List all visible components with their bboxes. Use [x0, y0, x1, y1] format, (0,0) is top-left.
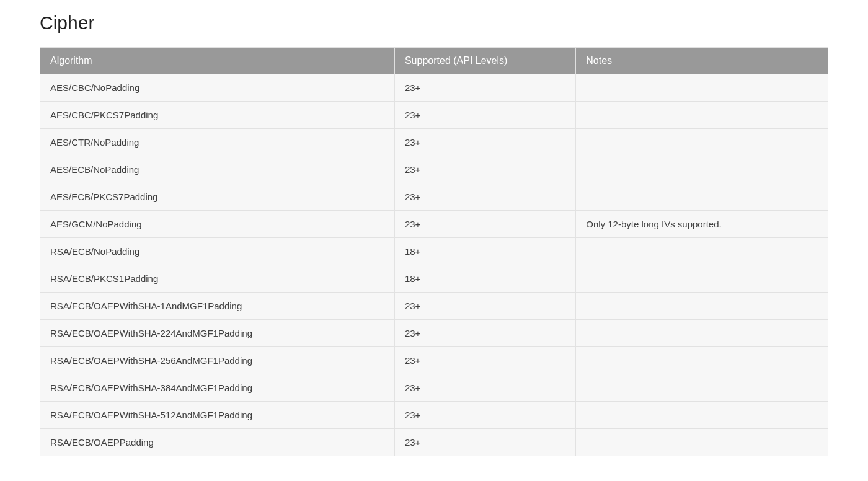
cell-algorithm: AES/CTR/NoPadding: [40, 129, 395, 156]
cell-notes: [576, 265, 828, 293]
cell-supported: 23+: [394, 347, 575, 374]
cell-notes: [576, 347, 828, 374]
cell-supported: 23+: [394, 183, 575, 211]
cell-supported: 23+: [394, 102, 575, 129]
cell-supported: 23+: [394, 74, 575, 102]
cell-algorithm: AES/ECB/PKCS7Padding: [40, 183, 395, 211]
table-row: RSA/ECB/PKCS1Padding18+: [40, 265, 828, 293]
column-header-supported: Supported (API Levels): [394, 48, 575, 74]
table-header-row: Algorithm Supported (API Levels) Notes: [40, 48, 828, 74]
table-row: RSA/ECB/OAEPWithSHA-1AndMGF1Padding23+: [40, 293, 828, 320]
cell-algorithm: RSA/ECB/PKCS1Padding: [40, 265, 395, 293]
table-row: RSA/ECB/OAEPWithSHA-512AndMGF1Padding23+: [40, 402, 828, 429]
cell-supported: 23+: [394, 429, 575, 456]
cell-algorithm: AES/GCM/NoPadding: [40, 211, 395, 238]
cell-algorithm: RSA/ECB/NoPadding: [40, 238, 395, 265]
table-row: RSA/ECB/OAEPWithSHA-256AndMGF1Padding23+: [40, 347, 828, 374]
cell-notes: [576, 238, 828, 265]
cell-supported: 23+: [394, 402, 575, 429]
cell-algorithm: RSA/ECB/OAEPWithSHA-256AndMGF1Padding: [40, 347, 395, 374]
cell-supported: 23+: [394, 320, 575, 347]
section-title: Cipher: [40, 12, 828, 33]
cell-notes: [576, 156, 828, 183]
cell-notes: [576, 320, 828, 347]
table-row: RSA/ECB/OAEPWithSHA-224AndMGF1Padding23+: [40, 320, 828, 347]
cipher-table: Algorithm Supported (API Levels) Notes A…: [40, 47, 828, 456]
table-row: AES/GCM/NoPadding23+Only 12-byte long IV…: [40, 211, 828, 238]
cell-notes: [576, 183, 828, 211]
table-row: AES/ECB/NoPadding23+: [40, 156, 828, 183]
column-header-algorithm: Algorithm: [40, 48, 395, 74]
cell-supported: 23+: [394, 129, 575, 156]
cell-algorithm: RSA/ECB/OAEPWithSHA-224AndMGF1Padding: [40, 320, 395, 347]
cell-supported: 23+: [394, 211, 575, 238]
cell-notes: [576, 102, 828, 129]
table-row: AES/ECB/PKCS7Padding23+: [40, 183, 828, 211]
cell-notes: [576, 402, 828, 429]
cell-notes: Only 12-byte long IVs supported.: [576, 211, 828, 238]
cell-algorithm: RSA/ECB/OAEPWithSHA-384AndMGF1Padding: [40, 374, 395, 402]
cell-supported: 18+: [394, 238, 575, 265]
cell-algorithm: RSA/ECB/OAEPWithSHA-1AndMGF1Padding: [40, 293, 395, 320]
cell-notes: [576, 293, 828, 320]
table-row: AES/CBC/NoPadding23+: [40, 74, 828, 102]
cell-algorithm: AES/ECB/NoPadding: [40, 156, 395, 183]
table-row: RSA/ECB/OAEPPadding23+: [40, 429, 828, 456]
cell-algorithm: AES/CBC/NoPadding: [40, 74, 395, 102]
cell-supported: 23+: [394, 293, 575, 320]
cell-algorithm: RSA/ECB/OAEPWithSHA-512AndMGF1Padding: [40, 402, 395, 429]
cell-supported: 23+: [394, 156, 575, 183]
table-row: AES/CBC/PKCS7Padding23+: [40, 102, 828, 129]
cell-notes: [576, 129, 828, 156]
cell-algorithm: AES/CBC/PKCS7Padding: [40, 102, 395, 129]
cell-supported: 23+: [394, 374, 575, 402]
cell-notes: [576, 74, 828, 102]
cell-supported: 18+: [394, 265, 575, 293]
cell-notes: [576, 429, 828, 456]
table-row: RSA/ECB/NoPadding18+: [40, 238, 828, 265]
table-row: RSA/ECB/OAEPWithSHA-384AndMGF1Padding23+: [40, 374, 828, 402]
cell-notes: [576, 374, 828, 402]
table-row: AES/CTR/NoPadding23+: [40, 129, 828, 156]
column-header-notes: Notes: [576, 48, 828, 74]
cell-algorithm: RSA/ECB/OAEPPadding: [40, 429, 395, 456]
